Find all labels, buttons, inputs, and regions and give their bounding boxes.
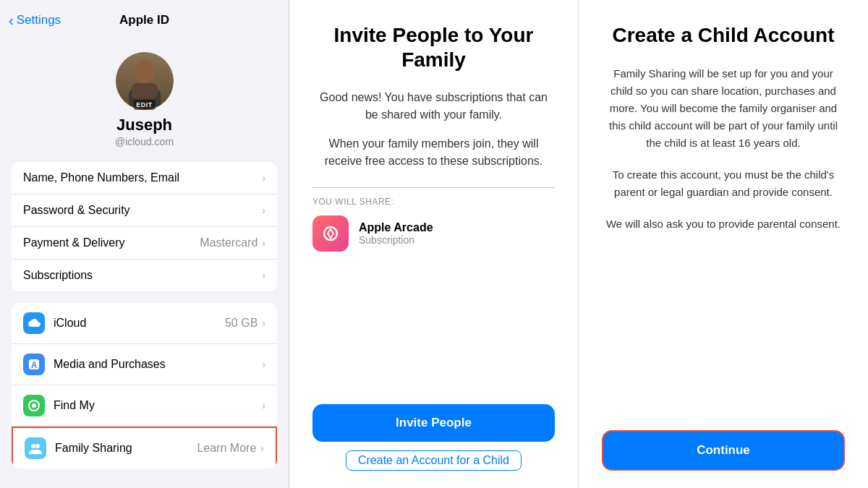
- arcade-name: Apple Arcade: [359, 221, 433, 234]
- settings-row-icloud[interactable]: iCloud 50 GB ›: [12, 303, 277, 344]
- settings-group-account: Name, Phone Numbers, Email › Password & …: [12, 162, 277, 291]
- edit-label[interactable]: EDIT: [133, 100, 156, 110]
- settings-label-payment: Payment & Delivery: [23, 236, 200, 249]
- child-account-desc3: We will also ask you to provide parental…: [606, 215, 841, 233]
- settings-row-media[interactable]: A Media and Purchases ›: [12, 344, 277, 385]
- svg-point-7: [31, 444, 35, 448]
- settings-label-media: Media and Purchases: [54, 358, 262, 371]
- settings-row-subscriptions[interactable]: Subscriptions ›: [12, 260, 277, 291]
- child-account-desc2: To create this account, you must be the …: [602, 166, 845, 201]
- invite-people-button[interactable]: Invite People: [312, 404, 555, 442]
- icloud-icon: [23, 312, 45, 334]
- avatar-wrapper[interactable]: EDIT: [116, 52, 174, 110]
- invite-desc: When your family members join, they will…: [312, 135, 555, 170]
- family-icon: [25, 437, 46, 459]
- invite-title: Invite People to Your Family: [312, 23, 555, 72]
- svg-point-6: [32, 403, 36, 408]
- chevron-icon: ›: [262, 205, 265, 216]
- child-account-desc1: Family Sharing will be set up for you an…: [602, 65, 845, 152]
- settings-row-family[interactable]: Family Sharing Learn More ›: [12, 427, 277, 468]
- panel-apple-id: ‹ Settings Apple ID EDIT Juseph @icloud.…: [0, 0, 289, 488]
- settings-label-password: Password & Security: [23, 204, 262, 217]
- chevron-icon: ›: [262, 317, 265, 329]
- chevron-icon: ›: [262, 359, 265, 370]
- nav-bar: ‹ Settings Apple ID: [0, 0, 289, 40]
- svg-rect-2: [132, 83, 158, 99]
- settings-row-name[interactable]: Name, Phone Numbers, Email ›: [12, 162, 277, 194]
- profile-section: EDIT Juseph @icloud.com: [0, 40, 289, 162]
- chevron-icon: ›: [262, 270, 265, 281]
- panel-invite-family: Invite People to Your Family Good news! …: [289, 0, 579, 488]
- findmy-icon: [23, 395, 45, 416]
- you-will-share-label: YOU WILL SHARE:: [312, 197, 555, 207]
- svg-point-8: [35, 444, 40, 448]
- settings-row-password[interactable]: Password & Security ›: [12, 194, 277, 227]
- arcade-info: Apple Arcade Subscription: [359, 221, 433, 246]
- settings-label-subscriptions: Subscriptions: [23, 269, 262, 282]
- media-icon: A: [23, 354, 45, 375]
- profile-name: Juseph: [116, 116, 172, 134]
- svg-text:A: A: [31, 360, 38, 370]
- settings-label-findmy: Find My: [54, 399, 262, 412]
- svg-point-0: [135, 60, 155, 83]
- settings-label-family: Family Sharing: [55, 442, 197, 455]
- back-chevron-icon: ‹: [9, 13, 14, 27]
- arcade-icon: [312, 215, 349, 252]
- settings-row-findmy[interactable]: Find My ›: [12, 385, 277, 427]
- settings-value-family: Learn More: [197, 442, 257, 455]
- settings-group-services: iCloud 50 GB › A Media and Purchases › F…: [12, 303, 277, 468]
- nav-title: Apple ID: [119, 13, 169, 27]
- share-item-arcade: Apple Arcade Subscription: [312, 215, 555, 252]
- arcade-type: Subscription: [359, 234, 433, 246]
- chevron-icon: ›: [260, 442, 264, 454]
- settings-label-icloud: iCloud: [54, 317, 225, 330]
- child-account-title: Create a Child Account: [612, 23, 834, 48]
- panel-child-account: Create a Child Account Family Sharing wi…: [579, 0, 868, 488]
- create-child-button[interactable]: Create an Account for a Child: [346, 450, 522, 471]
- settings-value-icloud: 50 GB: [225, 317, 258, 330]
- back-button[interactable]: ‹ Settings: [9, 13, 61, 27]
- continue-button[interactable]: Continue: [602, 430, 845, 471]
- settings-label-name: Name, Phone Numbers, Email: [23, 171, 262, 184]
- profile-email: @icloud.com: [115, 136, 174, 147]
- settings-value-payment: Mastercard: [200, 236, 258, 249]
- invite-subtitle: Good news! You have subscriptions that c…: [312, 89, 555, 124]
- chevron-icon: ›: [262, 400, 265, 411]
- you-will-share-section: YOU WILL SHARE: Apple Arcade Subscriptio…: [312, 187, 555, 257]
- back-label: Settings: [17, 13, 61, 27]
- chevron-icon: ›: [262, 172, 265, 184]
- chevron-icon: ›: [262, 237, 265, 249]
- settings-row-payment[interactable]: Payment & Delivery Mastercard ›: [12, 227, 277, 260]
